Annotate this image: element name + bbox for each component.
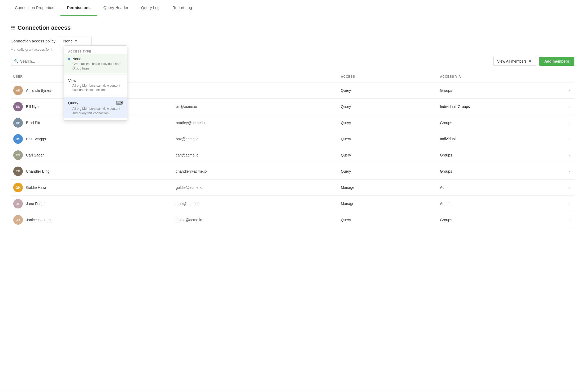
row-detail-chevron-icon[interactable]: › (564, 169, 574, 174)
policy-dropdown-value: None (63, 39, 73, 43)
section-title: ☷ Connection access (11, 24, 574, 31)
col-header-access-via: ACCESS VIA (440, 73, 564, 80)
table-row[interactable]: BS Boz Scaggs boz@acme.io Query Individu… (11, 131, 574, 147)
user-name: Jane Fonda (26, 202, 46, 206)
add-members-button[interactable]: Add members (539, 57, 574, 66)
access-via-cell: Admin (440, 202, 564, 206)
row-detail-chevron-icon[interactable]: › (564, 153, 574, 158)
email-cell: bradley@acme.io (176, 121, 341, 125)
cursor-icon: ⌨ (116, 100, 123, 106)
dropdown-menu: ACCESS TYPE None Grant access on an indi… (64, 45, 127, 121)
user-name: Carl Sagan (26, 153, 45, 157)
col-header-email (176, 73, 341, 80)
user-cell: JF Jane Fonda (11, 199, 176, 208)
view-members-dropdown[interactable]: View All members ▼ (493, 57, 536, 66)
search-icon: 🔍 (14, 59, 19, 63)
access-cell: Manage (341, 185, 440, 190)
avatar: CS (13, 150, 23, 160)
user-name: Goldie Hawn (26, 185, 47, 190)
dropdown-separator-1 (64, 75, 127, 75)
email-cell: bill@acme.io (176, 104, 341, 109)
access-cell: Query (341, 153, 440, 157)
user-cell: JH Janice Hosenst (11, 215, 176, 225)
dropdown-query-label: Query (68, 101, 78, 105)
row-detail-chevron-icon[interactable]: › (564, 185, 574, 190)
dropdown-view-label: View (68, 79, 76, 83)
dropdown-view-desc: All org Members can view content built o… (68, 84, 123, 93)
tab-connection-properties[interactable]: Connection Properties (8, 0, 60, 16)
access-via-cell: Admin (440, 185, 564, 190)
policy-dropdown[interactable]: None ▼ (60, 37, 91, 45)
user-name: Bill Nye (26, 104, 38, 109)
table-row[interactable]: JF Jane Fonda jane@acme.io Manage Admin … (11, 196, 574, 212)
row-detail-chevron-icon[interactable]: › (564, 120, 574, 125)
table-row[interactable]: JH Janice Hosenst janice@acme.io Query G… (11, 212, 574, 228)
view-members-chevron-icon: ▼ (528, 59, 532, 63)
avatar: JF (13, 199, 23, 208)
access-cell: Query (341, 104, 440, 109)
user-cell: CB Chandler Bing (11, 167, 176, 176)
col-header-action (564, 73, 574, 80)
tab-bar: Connection Properties Permissions Query … (0, 0, 585, 16)
access-via-cell: Individual, Groups (440, 104, 564, 109)
tab-permissions[interactable]: Permissions (60, 0, 97, 16)
access-via-cell: Groups (440, 218, 564, 222)
access-via-cell: Groups (440, 121, 564, 125)
view-members-label: View All members (497, 59, 527, 63)
user-name: Janice Hosenst (26, 218, 51, 222)
dropdown-item-query[interactable]: Query ⌨ All org Members can view content… (64, 97, 127, 118)
user-name: Amanda Bynes (26, 88, 51, 93)
row-detail-chevron-icon[interactable]: › (564, 88, 574, 93)
tab-query-log[interactable]: Query Log (135, 0, 166, 16)
user-cell: GH Goldie Hawn (11, 183, 176, 192)
dropdown-item-view[interactable]: View All org Members can view content bu… (64, 76, 127, 95)
access-via-cell: Groups (440, 169, 564, 173)
tab-report-log[interactable]: Report Log (166, 0, 198, 16)
avatar: BS (13, 134, 23, 144)
access-cell: Manage (341, 202, 440, 206)
user-cell: CS Carl Sagan (11, 150, 176, 160)
access-cell: Query (341, 169, 440, 173)
user-name: Boz Scaggs (26, 137, 46, 141)
search-input[interactable] (20, 59, 67, 63)
user-name: Brad Pitt (26, 121, 40, 125)
chevron-down-icon: ▼ (74, 39, 77, 43)
table-row[interactable]: GH Goldie Hawn goldie@acme.io Manage Adm… (11, 180, 574, 196)
access-via-cell: Individual (440, 137, 564, 141)
email-cell: jane@acme.io (176, 202, 341, 206)
user-name: Chandler Bing (26, 169, 50, 173)
email-cell: boz@acme.io (176, 137, 341, 141)
dropdown-query-desc: All org Members can view content and que… (68, 107, 123, 116)
selected-dot-icon (68, 58, 70, 60)
avatar: BP (13, 118, 23, 128)
avatar: GH (13, 183, 23, 192)
avatar: JH (13, 215, 23, 225)
access-via-cell: Groups (440, 153, 564, 157)
row-detail-chevron-icon[interactable]: › (564, 217, 574, 222)
search-box[interactable]: 🔍 (11, 57, 70, 66)
table-row[interactable]: CS Carl Sagan carl@acme.io Query Groups … (11, 147, 574, 163)
avatar: AB (13, 86, 23, 95)
policy-label: Connection access policy: (11, 39, 56, 43)
row-detail-chevron-icon[interactable]: › (564, 104, 574, 109)
col-header-access: ACCESS (341, 73, 440, 80)
dropdown-none-label: None (72, 57, 81, 61)
tab-query-header[interactable]: Query Header (97, 0, 135, 16)
dropdown-none-desc: Grant access on an individual and Group … (68, 62, 123, 71)
avatar: CB (13, 167, 23, 176)
row-detail-chevron-icon[interactable]: › (564, 137, 574, 141)
access-cell: Query (341, 218, 440, 222)
email-cell: carl@acme.io (176, 153, 341, 157)
table-row[interactable]: CB Chandler Bing chandler@acme.io Query … (11, 163, 574, 180)
email-cell: janice@acme.io (176, 218, 341, 222)
access-cell: Query (341, 88, 440, 93)
access-cell: Query (341, 121, 440, 125)
access-via-cell: Groups (440, 88, 564, 93)
dropdown-item-none[interactable]: None Grant access on an individual and G… (64, 54, 127, 73)
user-cell: BS Boz Scaggs (11, 134, 176, 144)
main-content: ☷ Connection access Connection access po… (0, 16, 585, 392)
email-cell: goldie@acme.io (176, 185, 341, 190)
dropdown-section-label: ACCESS TYPE (64, 48, 127, 54)
access-cell: Query (341, 137, 440, 141)
row-detail-chevron-icon[interactable]: › (564, 201, 574, 206)
